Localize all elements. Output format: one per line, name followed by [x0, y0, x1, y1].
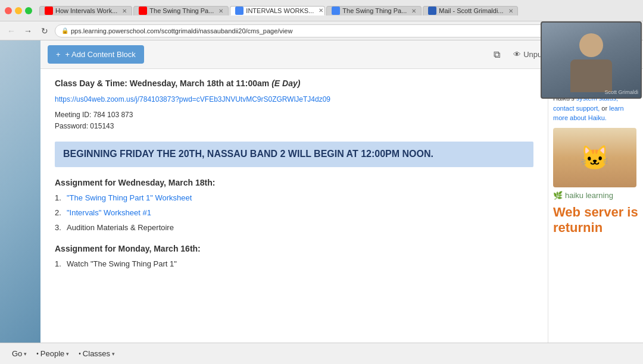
people-nav-item[interactable]: • People ▾ [32, 349, 74, 358]
list-item: 1. "The Swing Thing Part 1" Worksheet [55, 193, 533, 202]
tab-4-close[interactable]: ✕ [411, 8, 416, 14]
right-sidebar: have been dispatched! In the meantime, y… [548, 69, 643, 343]
classes-label: Classes [83, 349, 110, 358]
page-content: Class Day & Time: Wednesday, March 18th … [40, 69, 548, 343]
video-person: Scott Grimaldi [542, 23, 641, 98]
tabs-bar: How Intervals Work... ✕ The Swing Thing … [39, 6, 638, 15]
youtube-icon [45, 7, 53, 15]
assignment-monday: Assignment for Monday, March 16th: 1. Wa… [55, 244, 533, 268]
assignment-wed-list: 1. "The Swing Thing Part 1" Worksheet 2.… [55, 193, 533, 232]
tab-3-label: INTERVALS WORKS... [246, 7, 314, 14]
class-day-text: Class Day & Time: Wednesday, March 18th … [55, 79, 269, 88]
assignment-mon-list: 1. Watch "The Swing Thing Part 1" [55, 259, 533, 268]
class-day-italic: (E Day) [271, 79, 300, 88]
youtube-icon-2 [139, 7, 147, 15]
tab-1[interactable]: How Intervals Work... ✕ [39, 6, 132, 15]
class-day-time: Class Day & Time: Wednesday, March 18th … [55, 79, 533, 88]
tab-2-label: The Swing Thing Pa... [149, 7, 214, 14]
maximize-button[interactable] [25, 7, 32, 14]
minimize-button[interactable] [15, 7, 22, 14]
highlight-block: BEGINNING FRIDAY THE 20TH, NASSAU BAND 2… [55, 142, 533, 167]
haiku-logo: 🌿 haiku learning [553, 191, 638, 200]
haiku-logo-text: haiku learning [565, 191, 613, 200]
lock-icon: 🔒 [61, 27, 68, 34]
tab-4[interactable]: The Swing Thing Pa... ✕ [326, 6, 422, 15]
tab-5-close[interactable]: ✕ [508, 8, 513, 14]
word-icon [428, 7, 436, 15]
assignment-text-3: Audition Materials & Repertoire [67, 223, 174, 232]
add-content-label: + Add Content Block [65, 50, 136, 59]
video-overlay: Scott Grimaldi [541, 21, 642, 99]
contact-support-link[interactable]: contact support, [553, 105, 600, 112]
highlight-text: BEGINNING FRIDAY THE 20TH, NASSAU BAND 2… [63, 148, 525, 161]
tab-5[interactable]: Mail - Scott Grimaldi... ✕ [423, 6, 518, 15]
cat-icon: 🐱 [580, 146, 610, 170]
forward-button[interactable]: → [21, 24, 35, 37]
tab-1-close[interactable]: ✕ [122, 8, 127, 14]
assignment-mon-1: Watch "The Swing Thing Part 1" [67, 259, 177, 268]
tab-3-close[interactable]: ✕ [319, 7, 323, 14]
browser-titlebar: How Intervals Work... ✕ The Swing Thing … [0, 0, 643, 21]
assignment-mon-heading: Assignment for Monday, March 16th: [55, 244, 533, 253]
list-item: 3. Audition Materials & Repertoire [55, 223, 533, 232]
left-background [0, 40, 40, 343]
eye-icon: 👁 [513, 50, 521, 59]
bullet-icon-2: • [79, 350, 81, 357]
zoom-link[interactable]: https://us04web.zoom.us/j/784103873?pwd=… [55, 95, 533, 103]
close-button[interactable] [5, 7, 12, 14]
go-label: Go [12, 349, 22, 358]
meeting-info: Meeting ID: 784 103 873 Password: 015143 [55, 109, 533, 132]
globe-icon-2 [332, 7, 340, 15]
meeting-id: Meeting ID: 784 103 873 [55, 109, 533, 121]
bottom-bar: Go ▾ • People ▾ • Classes ▾ [0, 343, 643, 364]
person-head [579, 33, 603, 57]
video-watermark: Scott Grimaldi [604, 89, 638, 95]
tab-3[interactable]: INTERVALS WORKS... ✕ [230, 6, 325, 15]
reload-button[interactable]: ↻ [38, 24, 51, 37]
web-server-message: Web server is returnin [553, 205, 638, 236]
meeting-password: Password: 015143 [55, 121, 533, 132]
go-nav-item[interactable]: Go ▾ [7, 349, 32, 358]
tab-5-label: Mail - Scott Grimaldi... [439, 7, 503, 14]
add-content-button[interactable]: + + Add Content Block [48, 45, 144, 64]
traffic-lights [5, 7, 32, 14]
leaf-icon: 🌿 [553, 191, 563, 200]
assignment-wednesday: Assignment for Wednesday, March 18th: 1.… [55, 178, 533, 232]
bullet-icon: • [36, 350, 39, 357]
globe-icon [235, 7, 244, 15]
tab-2-close[interactable]: ✕ [219, 8, 223, 14]
people-label: People [40, 349, 64, 358]
copy-icon-button[interactable]: ⧉ [491, 47, 502, 62]
classes-nav-item[interactable]: • Classes ▾ [74, 349, 120, 358]
person-silhouette [567, 33, 615, 87]
back-button[interactable]: ← [5, 24, 18, 37]
page-content-wrapper: Class Day & Time: Wednesday, March 18th … [40, 69, 643, 343]
tab-2[interactable]: The Swing Thing Pa... ✕ [133, 6, 229, 15]
plus-icon: + [56, 50, 61, 59]
chevron-down-icon-2: ▾ [66, 351, 69, 357]
assignment-link-1[interactable]: "The Swing Thing Part 1" Worksheet [67, 193, 192, 202]
person-body [570, 59, 612, 92]
tab-1-label: How Intervals Work... [55, 7, 117, 14]
chevron-down-icon-3: ▾ [112, 351, 115, 357]
address-text: pps.learning.powerschool.com/scottgrimal… [71, 27, 292, 34]
haiku-cat-image: 🐱 [553, 128, 636, 187]
assignment-wed-heading: Assignment for Wednesday, March 18th: [55, 178, 533, 187]
list-item: 1. Watch "The Swing Thing Part 1" [55, 259, 533, 268]
chevron-down-icon: ▾ [24, 351, 27, 357]
list-item: 2. "Intervals" Worksheet #1 [55, 208, 533, 217]
tab-4-label: The Swing Thing Pa... [342, 7, 407, 14]
assignment-link-2[interactable]: "Intervals" Worksheet #1 [67, 208, 151, 217]
